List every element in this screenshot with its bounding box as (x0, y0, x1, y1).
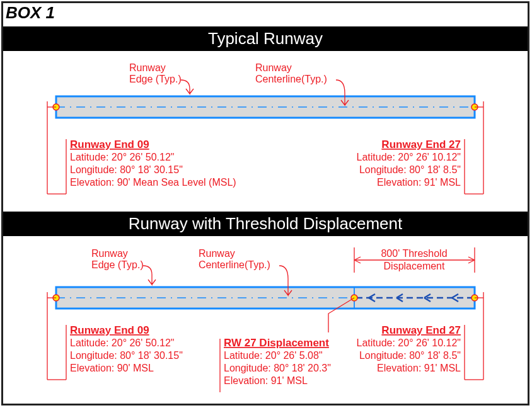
end09-lon-d: Longitude: 80° 18' 30.15" (70, 350, 183, 361)
end27-title: Runway End 27 (381, 139, 461, 150)
edge-label-l2-d: Edge (Typ.) (91, 259, 144, 270)
edge-leader-d (143, 266, 156, 285)
edge-leader (181, 80, 194, 94)
box-label: BOX 1 (6, 3, 55, 23)
threshold-label-1: 800' Threshold (381, 248, 447, 259)
end09-lat: Latitude: 20° 26' 50.12" (70, 152, 174, 162)
title-displaced: Runway with Threshold Displacement (3, 212, 528, 236)
diagram-container: BOX 1 Typical Runway Runway Edge (Typ.) … (1, 1, 529, 405)
end09-title-d: Runway End 09 (70, 324, 149, 336)
end09-elev: Elevation: 90' Mean Sea Level (MSL) (70, 177, 236, 188)
centerline-label-l1: Runway (255, 62, 292, 73)
edge-label-l1-d: Runway (91, 248, 128, 259)
end27-lat-d: Latitude: 20° 26' 10.12" (357, 337, 461, 348)
end09-lat-d: Latitude: 20° 26' 50.12" (70, 337, 174, 348)
end27-lat: Latitude: 20° 26' 10.12" (357, 152, 461, 162)
end27-elev-d: Elevation: 91' MSL (377, 363, 461, 373)
disp27-title: RW 27 Displacement (224, 337, 329, 349)
disp27-lat: Latitude: 20° 26' 5.08" (224, 350, 323, 361)
edge-label-l2: Edge (Typ.) (129, 74, 182, 84)
edge-label-l1: Runway (129, 62, 166, 73)
threshold-label-2: Displacement (384, 261, 445, 271)
end27-lon-d: Longitude: 80° 18' 8.5" (359, 350, 461, 361)
end27-title-d: Runway End 27 (381, 324, 461, 336)
section-displaced: Runway Edge (Typ.) Runway Centerline(Typ… (3, 238, 528, 405)
disp27-elev: Elevation: 91' MSL (224, 375, 308, 386)
end09-elev-d: Elevation: 90' MSL (70, 363, 154, 373)
centerline-label-l2-d: Centerline(Typ.) (199, 259, 270, 270)
end09-title: Runway End 09 (70, 139, 149, 150)
disp27-lon: Longitude: 80° 18' 20.3" (224, 363, 331, 373)
end27-elev: Elevation: 91' MSL (377, 177, 461, 188)
centerline-label-l1-d: Runway (199, 248, 235, 259)
title-typical: Typical Runway (3, 26, 528, 51)
centerline-label-l2: Centerline(Typ.) (255, 74, 327, 84)
end09-lon: Longitude: 80° 18' 30.15" (70, 164, 183, 175)
section-typical: Runway Edge (Typ.) Runway Centerline(Typ… (3, 52, 528, 210)
end27-lon: Longitude: 80° 18' 8.5" (359, 164, 461, 175)
